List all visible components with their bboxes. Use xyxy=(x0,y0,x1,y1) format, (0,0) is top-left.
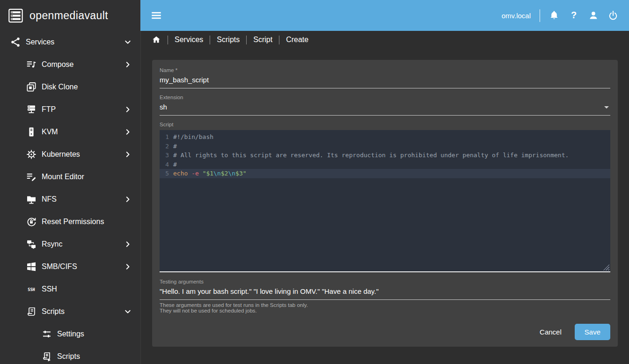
sidebar-item-label: Disk Clone xyxy=(42,83,132,91)
bell-icon[interactable] xyxy=(549,10,560,21)
name-field[interactable]: Name * my_bash_script xyxy=(160,67,610,88)
breadcrumb-separator xyxy=(168,36,168,44)
sidebar-item-scripts[interactable]: Scripts xyxy=(0,345,140,364)
name-label: Name * xyxy=(160,67,610,73)
testing-arguments-input[interactable]: "Hello. I am your bash script." "I love … xyxy=(160,287,610,300)
share-icon xyxy=(10,36,21,48)
script-run-icon xyxy=(41,351,52,362)
sidebar-item-compose[interactable]: Compose xyxy=(0,53,140,76)
code-line-2: 2# xyxy=(160,142,610,151)
sidebar-item-services[interactable]: Services xyxy=(0,31,140,53)
line-number: 1 xyxy=(160,132,173,142)
kubernetes-icon xyxy=(26,149,37,160)
sidebar-item-label: NFS xyxy=(42,195,123,204)
sidebar-item-label: KVM xyxy=(42,128,123,136)
kvm-icon xyxy=(26,126,37,138)
compose-icon xyxy=(26,59,37,70)
svg-text:?: ? xyxy=(571,10,577,20)
tune-icon xyxy=(41,328,52,340)
resize-handle[interactable] xyxy=(603,264,609,270)
sidebar-item-ssh[interactable]: SSHSSH xyxy=(0,278,140,300)
reset-permissions-icon xyxy=(26,216,37,227)
sidebar-nav: ServicesComposeDisk CloneFTPKVMKubernete… xyxy=(0,31,140,364)
sidebar-item-label: SMB/CIFS xyxy=(42,262,123,271)
sidebar-item-ftp[interactable]: FTP xyxy=(0,98,140,121)
sidebar-item-label: Scripts xyxy=(57,352,132,361)
topbar: omv.local ? xyxy=(140,0,629,31)
script-code-editor[interactable]: 1#!/bin/bash2#3# All rights to this scri… xyxy=(160,130,610,271)
breadcrumb-item-services[interactable]: Services xyxy=(175,36,203,44)
ssh-icon: SSH xyxy=(26,284,37,295)
sidebar: openmediavault ServicesComposeDisk Clone… xyxy=(0,0,140,364)
extension-field[interactable]: Extension sh xyxy=(160,95,610,116)
testing-arguments-label: Testing arguments xyxy=(160,279,610,284)
sidebar-item-label: Mount Editor xyxy=(42,173,132,181)
code-line-5: 5echo -e "$1\n$2\n$3" xyxy=(160,169,610,178)
sidebar-item-rsync[interactable]: Rsync xyxy=(0,233,140,255)
chevron-right-icon xyxy=(123,240,132,249)
menu-icon[interactable] xyxy=(150,9,162,22)
extension-select[interactable]: sh xyxy=(160,103,610,116)
sidebar-item-settings[interactable]: Settings xyxy=(0,323,140,345)
power-icon[interactable] xyxy=(607,10,619,21)
code-text: # xyxy=(173,160,177,169)
sidebar-item-scripts[interactable]: Scripts xyxy=(0,300,140,323)
chevron-right-icon xyxy=(123,105,132,114)
create-script-form: Name * my_bash_script Extension sh Scrip… xyxy=(152,60,618,347)
chevron-right-icon xyxy=(123,60,132,69)
sidebar-item-disk-clone[interactable]: Disk Clone xyxy=(0,76,140,98)
breadcrumb-item-create[interactable]: Create xyxy=(286,36,308,44)
code-text: #!/bin/bash xyxy=(173,132,213,142)
cancel-button[interactable]: Cancel xyxy=(532,324,569,340)
breadcrumb: ServicesScriptsScriptCreate xyxy=(140,31,629,49)
breadcrumb-separator xyxy=(246,36,247,44)
omv-logo-icon xyxy=(7,7,24,24)
sidebar-item-label: Settings xyxy=(57,330,132,338)
script-editor-wrap: 1#!/bin/bash2#3# All rights to this scri… xyxy=(160,130,610,272)
save-button[interactable]: Save xyxy=(575,324,610,340)
chevron-down-icon xyxy=(123,307,132,316)
app-logo[interactable]: openmediavault xyxy=(0,0,140,31)
sidebar-item-label: Reset Permissions xyxy=(42,218,132,226)
chevron-right-icon xyxy=(123,150,132,159)
sidebar-item-nfs[interactable]: NFS xyxy=(0,188,140,211)
code-line-1: 1#!/bin/bash xyxy=(160,132,610,142)
home-icon[interactable] xyxy=(152,35,161,44)
line-number: 3 xyxy=(160,151,173,160)
line-number: 4 xyxy=(160,160,173,169)
code-text: # All rights to this script are reserved… xyxy=(173,151,569,160)
help-icon[interactable]: ? xyxy=(568,10,579,21)
breadcrumb-item-script[interactable]: Script xyxy=(253,36,272,44)
rsync-icon xyxy=(26,239,37,250)
dropdown-arrow-icon[interactable] xyxy=(604,106,609,109)
disk-clone-icon xyxy=(26,81,37,93)
code-line-4: 4# xyxy=(160,160,610,169)
person-icon[interactable] xyxy=(588,10,599,21)
sidebar-item-kvm[interactable]: KVM xyxy=(0,121,140,143)
sidebar-item-label: Rsync xyxy=(42,240,123,248)
name-input[interactable]: my_bash_script xyxy=(160,76,610,88)
nfs-icon xyxy=(26,194,37,205)
chevron-right-icon xyxy=(123,195,132,204)
sidebar-item-kubernetes[interactable]: Kubernetes xyxy=(0,143,140,166)
sidebar-item-label: Kubernetes xyxy=(42,150,123,159)
line-number: 2 xyxy=(160,142,173,151)
code-text: echo -e "$1\n$2\n$3" xyxy=(173,169,247,178)
smb-icon xyxy=(26,261,37,272)
ftp-icon xyxy=(26,104,37,115)
chevron-right-icon xyxy=(123,127,132,137)
sidebar-item-reset-permissions[interactable]: Reset Permissions xyxy=(0,211,140,233)
main-content: ServicesScriptsScriptCreate Name * my_ba… xyxy=(140,31,629,364)
sidebar-item-label: FTP xyxy=(42,105,123,114)
testing-arguments-field[interactable]: Testing arguments "Hello. I am your bash… xyxy=(160,279,610,313)
breadcrumb-item-scripts[interactable]: Scripts xyxy=(217,36,240,44)
testing-arguments-hint-2: They will not be used for scheduled jobs… xyxy=(160,308,610,313)
line-number: 5 xyxy=(160,169,173,178)
form-actions: Cancel Save xyxy=(160,324,610,340)
script-field: Script 1#!/bin/bash2#3# All rights to th… xyxy=(160,122,610,272)
hostname-label: omv.local xyxy=(502,12,531,20)
sidebar-item-smb-cifs[interactable]: SMB/CIFS xyxy=(0,255,140,278)
code-line-3: 3# All rights to this script are reserve… xyxy=(160,151,610,160)
sidebar-item-mount-editor[interactable]: Mount Editor xyxy=(0,166,140,188)
sidebar-item-label: Scripts xyxy=(42,307,123,316)
